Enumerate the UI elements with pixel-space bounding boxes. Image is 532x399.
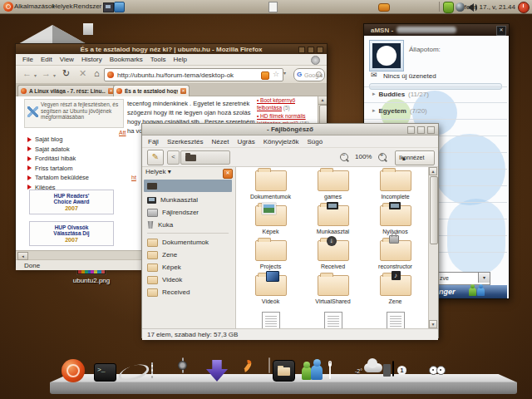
ubuntu-menu-icon[interactable] xyxy=(3,2,13,12)
expand-caret-icon[interactable]: ▸ xyxy=(372,91,376,97)
chevron-down-icon[interactable]: ▾ xyxy=(478,273,490,283)
scroll-left-icon[interactable]: ◂ xyxy=(17,252,28,260)
scrollbar-thumb[interactable] xyxy=(430,176,438,244)
sidebar-item-kepek[interactable]: Képek xyxy=(144,261,232,273)
dock-speaker-icon[interactable] xyxy=(182,357,184,373)
close-icon[interactable] xyxy=(317,47,323,53)
back-icon[interactable]: ← xyxy=(22,68,32,78)
menu-fajl[interactable]: Fájl xyxy=(148,138,159,145)
menu-applications[interactable]: Alkalmazások xyxy=(14,2,55,10)
stop-icon[interactable]: ✕ xyxy=(79,68,86,79)
nav-link[interactable]: Fordítási hibák xyxy=(27,154,89,164)
link-fragment[interactable]: Att xyxy=(119,130,126,135)
menu-system[interactable]: Rendszer xyxy=(73,2,101,10)
document-file[interactable] xyxy=(239,308,302,328)
sidebar-close-icon[interactable]: ✕ xyxy=(223,169,233,179)
url-bar[interactable]: http://ubuntu.hu/forum-tema/desktop-ok ☆ xyxy=(104,68,283,81)
menu-view[interactable]: View xyxy=(60,56,74,63)
minimize-icon[interactable] xyxy=(407,126,415,134)
folder-view-scrollbar[interactable]: ▲ ▼ xyxy=(428,167,438,328)
nav-link[interactable]: Saját blog xyxy=(27,135,89,145)
folder-videok[interactable]: Videók xyxy=(239,273,302,308)
tab-asztalod[interactable]: És a te asztalod hogy n... ✕ xyxy=(113,85,190,96)
tab-linux-vilaga[interactable]: A Linux világa - 7. rész: Linu... ✕ xyxy=(17,85,117,96)
back-button[interactable]: < xyxy=(167,150,180,165)
bookmark-star-icon[interactable]: ☆ xyxy=(273,70,279,78)
minimize-icon[interactable] xyxy=(298,47,305,53)
maximize-icon[interactable] xyxy=(417,126,425,134)
expand-caret-icon[interactable]: ▸ xyxy=(372,107,376,114)
nav-link[interactable]: Friss tartalom xyxy=(27,164,89,174)
folder-virtualshared[interactable]: VirtualShared xyxy=(302,273,364,308)
back-dropdown-icon[interactable]: ▾ xyxy=(34,72,37,78)
sidebar-item-fajlrendszer[interactable]: Fájlrendszer xyxy=(144,206,232,219)
menu-file[interactable]: File xyxy=(22,56,33,63)
amsn-titlebar[interactable]: aMSN - ✕ xyxy=(364,24,509,36)
tab-close-icon[interactable]: ✕ xyxy=(180,88,186,94)
folder-games[interactable]: games xyxy=(302,169,364,204)
nav-link[interactable]: Saját adatok xyxy=(27,145,89,155)
power-button[interactable] xyxy=(518,2,530,13)
zoom-out-icon[interactable]: − xyxy=(340,153,348,161)
sidebar-item-received[interactable]: Received xyxy=(144,286,232,298)
scroll-up-icon[interactable]: ▲ xyxy=(318,96,327,105)
folder-zene[interactable]: ♪Zene xyxy=(364,273,426,308)
dock-stamp-mail-icon[interactable] xyxy=(151,362,153,378)
menu-tools[interactable]: Tools xyxy=(150,56,166,63)
menu-ugras[interactable]: Ugrás xyxy=(237,138,254,145)
forum-topic-link[interactable]: • Boot képernyő felbontása (5) xyxy=(257,96,317,111)
menu-sugo[interactable]: Súgó xyxy=(307,138,323,145)
close-icon[interactable] xyxy=(427,126,435,134)
search-box[interactable]: G Google xyxy=(293,68,325,81)
reload-icon[interactable]: ↻ xyxy=(62,68,70,79)
sidebar-item-home[interactable] xyxy=(144,180,232,192)
dock-ubuntu-icon[interactable] xyxy=(62,359,85,382)
folder-dokumentumok[interactable]: Dokumentumok xyxy=(239,169,302,204)
screenshot-launcher-icon[interactable] xyxy=(103,2,114,12)
document-file[interactable] xyxy=(302,308,364,328)
scroll-up-icon[interactable]: ▲ xyxy=(429,167,437,175)
rss-icon[interactable] xyxy=(261,71,269,80)
menu-places[interactable]: Helyek xyxy=(52,2,72,10)
search-icon[interactable] xyxy=(316,71,322,77)
menu-help[interactable]: Help xyxy=(173,56,186,63)
edit-button[interactable]: ✎ xyxy=(147,150,164,165)
file-browser-titlebar[interactable]: - Fájlböngésző xyxy=(142,124,438,135)
scroll-down-icon[interactable]: ▼ xyxy=(429,320,437,328)
clock[interactable]: febr. 17., v, 21.44 xyxy=(465,3,515,11)
document-file[interactable] xyxy=(364,308,426,328)
orange-app-tray-icon[interactable] xyxy=(378,3,390,12)
current-folder-button[interactable] xyxy=(180,150,230,165)
sidebar-item-kuka[interactable]: Kuka xyxy=(144,219,232,231)
promo-box[interactable]: Vegyen részt a fejlesztésben, és segítse… xyxy=(24,99,124,128)
sidebar-item-zene[interactable]: Zene xyxy=(144,249,232,261)
group-buddies[interactable]: ▸ Buddies (11/27) xyxy=(372,88,429,100)
zoom-level[interactable]: 100% xyxy=(355,153,372,160)
document-tray-icon[interactable] xyxy=(268,2,278,12)
dock-archive-box-icon[interactable] xyxy=(329,363,331,379)
zoom-in-icon[interactable]: + xyxy=(378,153,387,161)
no-new-messages[interactable]: Nincs új üzeneted xyxy=(383,72,436,80)
dock-terminal-icon[interactable]: >_ xyxy=(94,363,116,382)
url-text[interactable]: http://ubuntu.hu/forum-tema/desktop-ok xyxy=(117,71,234,79)
folder-received[interactable]: ↓Received xyxy=(302,239,364,273)
dock-image-viewer-icon[interactable]: 1 xyxy=(392,361,394,377)
network-globe-icon[interactable] xyxy=(456,2,465,12)
maximize-icon[interactable] xyxy=(308,47,314,53)
sidebar-item-dokumentumok[interactable]: Dokumentumok xyxy=(144,236,232,249)
sidebar-item-videok[interactable]: Videók xyxy=(144,273,232,286)
view-mode-combobox[interactable]: Ikonnézet ▴▾ xyxy=(395,150,435,165)
folder-projects[interactable]: Projects xyxy=(239,239,302,273)
menu-nezet[interactable]: Nézet xyxy=(211,138,229,145)
spinner-icons[interactable]: ▴▾ xyxy=(399,153,431,157)
menu-edit[interactable]: Edit xyxy=(41,56,52,63)
avatar[interactable] xyxy=(369,40,404,71)
menu-szerkesztes[interactable]: Szerkesztés xyxy=(167,138,204,145)
folder-kepek[interactable]: Képek xyxy=(239,204,302,239)
blue-app-launcher-icon[interactable] xyxy=(114,2,125,12)
sidebar-item-munkaasztal[interactable]: Munkaasztal xyxy=(144,194,232,206)
firefox-titlebar[interactable]: És a te asztalod hogy néz ki? | ubuntu.h… xyxy=(16,44,327,54)
folder-incomplete[interactable]: Incomplete xyxy=(364,169,426,204)
url-dropdown-icon[interactable]: ▾ xyxy=(283,70,286,76)
menu-history[interactable]: History xyxy=(81,56,102,63)
